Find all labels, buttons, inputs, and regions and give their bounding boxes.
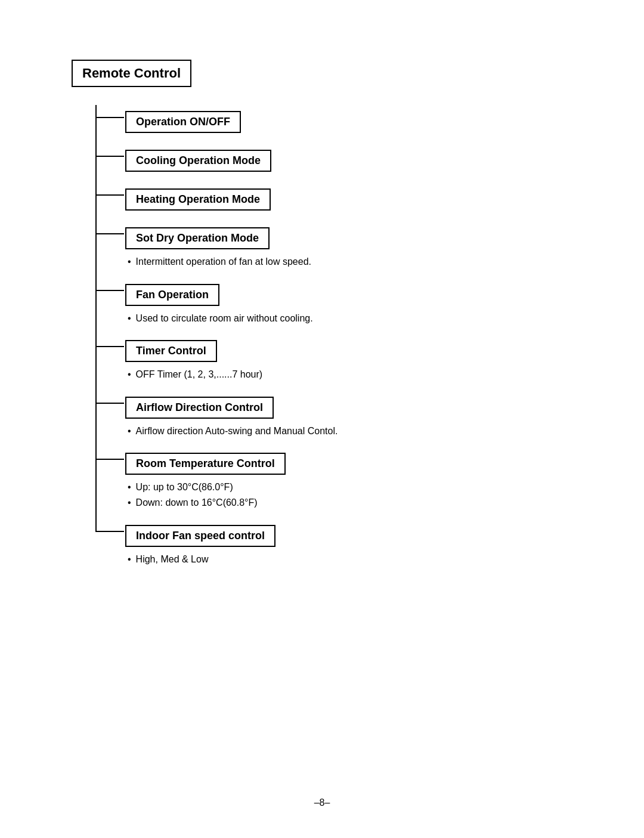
- note-text: Used to circulate room air without cooli…: [128, 311, 608, 326]
- tree-item-cooling-operation-mode: Cooling Operation Mode: [95, 144, 608, 174]
- item-notes-sot-dry-operation-mode: Intermittent operation of fan at low spe…: [125, 254, 608, 270]
- tree: Operation ON/OFFCooling Operation ModeHe…: [95, 105, 608, 567]
- tree-item-fan-operation: Fan OperationUsed to circulate room air …: [95, 278, 608, 326]
- note-text: Down: down to 16°C(60.8°F): [128, 495, 608, 511]
- diagram-container: Remote Control Operation ON/OFFCooling O…: [72, 60, 608, 567]
- note-text: High, Med & Low: [128, 552, 608, 567]
- item-box-operation-on-off: Operation ON/OFF: [125, 111, 241, 133]
- tree-item-airflow-direction-control: Airflow Direction ControlAirflow directi…: [95, 391, 608, 439]
- tree-item-room-temperature-control: Room Temperature ControlUp: up to 30°C(8…: [95, 447, 608, 510]
- item-box-fan-operation: Fan Operation: [125, 284, 219, 306]
- tree-item-operation-on-off: Operation ON/OFF: [95, 105, 608, 135]
- item-box-cooling-operation-mode: Cooling Operation Mode: [125, 150, 271, 172]
- item-box-sot-dry-operation-mode: Sot Dry Operation Mode: [125, 227, 270, 249]
- item-notes-timer-control: OFF Timer (1, 2, 3,......7 hour): [125, 367, 608, 382]
- item-notes-indoor-fan-speed-control: High, Med & Low: [125, 552, 608, 567]
- item-notes-airflow-direction-control: Airflow direction Auto-swing and Manual …: [125, 423, 608, 439]
- tree-item-indoor-fan-speed-control: Indoor Fan speed controlHigh, Med & Low: [95, 519, 608, 567]
- tree-item-sot-dry-operation-mode: Sot Dry Operation ModeIntermittent opera…: [95, 221, 608, 270]
- root-box: Remote Control: [72, 60, 191, 87]
- tree-item-heating-operation-mode: Heating Operation Mode: [95, 183, 608, 213]
- page: Remote Control Operation ON/OFFCooling O…: [0, 0, 644, 838]
- item-notes-fan-operation: Used to circulate room air without cooli…: [125, 311, 608, 326]
- item-box-heating-operation-mode: Heating Operation Mode: [125, 188, 271, 211]
- tree-line-cap: [94, 532, 97, 567]
- note-text: Up: up to 30°C(86.0°F): [128, 480, 608, 495]
- item-box-indoor-fan-speed-control: Indoor Fan speed control: [125, 525, 275, 547]
- note-text: Intermittent operation of fan at low spe…: [128, 254, 608, 270]
- note-text: Airflow direction Auto-swing and Manual …: [128, 423, 608, 439]
- page-number: –8–: [314, 797, 330, 808]
- item-notes-room-temperature-control: Up: up to 30°C(86.0°F)Down: down to 16°C…: [125, 480, 608, 510]
- item-box-timer-control: Timer Control: [125, 340, 217, 362]
- tree-item-timer-control: Timer ControlOFF Timer (1, 2, 3,......7 …: [95, 334, 608, 382]
- note-text: OFF Timer (1, 2, 3,......7 hour): [128, 367, 608, 382]
- item-box-airflow-direction-control: Airflow Direction Control: [125, 397, 274, 419]
- item-box-room-temperature-control: Room Temperature Control: [125, 453, 286, 475]
